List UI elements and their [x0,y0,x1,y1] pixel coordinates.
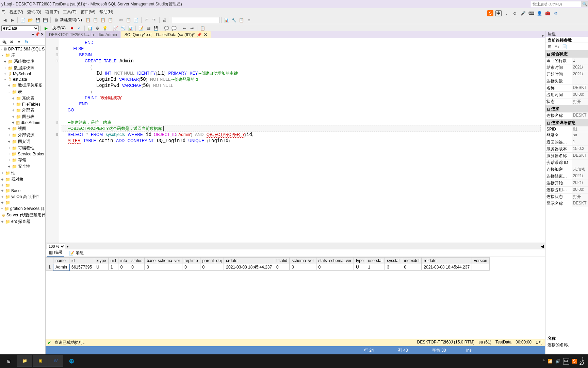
tray-clock[interactable]: 1 20 [579,357,584,365]
tree-item[interactable]: +📁视图 [0,125,45,132]
tree-item[interactable]: -📁表 [0,89,45,95]
task-ssms[interactable]: ▣ [33,355,48,367]
close-icon[interactable]: ✕ [40,32,44,37]
ime-punct-icon[interactable]: ， [504,10,510,16]
pin-icon[interactable]: 📌 [197,32,202,37]
tree-item[interactable]: ⚙ Server 代理(已禁用代理 XP) [0,212,45,218]
tree-item[interactable]: +📁ent 探查器 [0,218,45,225]
props-row[interactable]: 连接占用时间00:00: [545,187,588,194]
start-button[interactable]: ⊞ [1,355,16,367]
tree-item[interactable]: +📁gration Services 目录 [0,205,45,212]
ime-lang-icon[interactable]: 中 [495,10,502,16]
menu-window[interactable]: 窗口(W) [81,9,95,15]
tree-item[interactable]: +📁数据库快照 [0,65,45,71]
tree-item[interactable]: +📁系统表 [0,95,45,102]
tree-item[interactable]: -📁库 [0,52,45,58]
ime-settings-icon[interactable]: ⚙ [553,10,559,16]
props-row[interactable]: 名称DESKT [545,85,588,92]
tree-item[interactable]: +📁存储 [0,157,45,163]
dropdown-icon[interactable]: ▾ [32,32,34,37]
props-row[interactable]: 服务器名称DESKT [545,153,588,159]
props-row[interactable]: 状态打开 [545,98,588,105]
paste-icon[interactable]: 📄 [133,17,140,24]
ime-mic-icon[interactable]: 🎤 [520,10,526,16]
activity-monitor-icon[interactable]: 📊 [223,17,230,24]
code-content[interactable]: END ELSE BEGIN CREATE TABLE Admin ( Id I… [46,38,545,145]
copy-icon[interactable]: 📋 [125,17,132,24]
tree-item[interactable]: +📁数据库关系图 [0,82,45,89]
save-all-icon[interactable]: 💾 [42,17,49,24]
ime-toolbox-icon[interactable]: 🧰 [544,10,551,16]
tab-query[interactable]: SQLQuery1.sql - D...estData (sa (61))* 📌… [121,31,211,38]
close-tab-icon[interactable]: ✕ [204,32,207,37]
ime-keyboard-icon[interactable]: ⌨ [528,10,534,16]
props-row[interactable]: 连接加密未加密 [545,166,588,173]
tree-item[interactable]: +📁Service Broker [0,151,45,157]
back-icon[interactable]: ◀ [1,17,8,24]
refresh-icon[interactable]: ↻ [23,39,30,45]
find-combo[interactable] [172,17,219,23]
props-row[interactable]: 显示名称DESKT [545,200,588,207]
indent-icon[interactable]: ≡ [246,17,252,24]
tab-messages[interactable]: 📝消息 [67,249,86,257]
properties-icon[interactable]: 📋 [238,17,245,24]
menu-help[interactable]: 帮助(H) [99,9,113,15]
db-query-icon[interactable]: 📋 [85,17,92,24]
tree-item[interactable]: +🛢MySchool [0,71,45,77]
tree-item[interactable]: +📁图形表 [0,113,45,120]
redo-icon[interactable]: ↷ [151,17,158,24]
tree-item[interactable]: +📁 [0,200,45,205]
ime-face-icon[interactable]: ☺ [512,10,518,16]
cut-icon[interactable]: ✂ [118,17,125,24]
tree-item[interactable]: +📁ys On 高可用性 [0,194,45,200]
print-icon[interactable]: 🖨 [161,17,168,24]
new-project-icon[interactable]: 📄 [19,17,26,24]
zoom-combo[interactable]: 100 % [47,244,65,249]
forward-icon[interactable]: ▶ [9,17,16,24]
props-category[interactable]: ⊟连接详细信息 [545,119,588,126]
tree-item[interactable]: +📁性 [0,170,45,176]
alphabetize-icon[interactable]: A↓ [554,43,560,50]
task-explorer[interactable]: 📁 [17,355,32,367]
props-row[interactable]: 开始时间2021/ [545,71,588,78]
tab-results[interactable]: ▦结果 [47,249,64,257]
disconnect-icon[interactable]: ✖ [8,39,15,45]
tree-item[interactable]: +📁外部资源 [0,132,45,138]
props-row[interactable]: 连接状态打开 [545,194,588,200]
task-browser[interactable]: 🌐 [64,355,79,367]
tray-ime-lang[interactable]: 中 [563,358,569,365]
search-icon[interactable]: 🔍 [582,1,588,7]
new-query-button[interactable]: 🗎 新建查询(N) [52,17,84,24]
props-row[interactable]: 连接开始时间2021/ [545,180,588,187]
database-combo[interactable]: estData [1,25,39,31]
tree-item[interactable]: +📁安全性 [0,163,45,170]
tray-chevron-icon[interactable]: ^ [543,359,545,364]
menu-tools[interactable]: 工具(T) [63,9,76,15]
as-query-icon[interactable]: 📋 [92,17,99,24]
ime-sogou-icon[interactable]: S [487,10,493,16]
dmx-query-icon[interactable]: 📋 [107,17,114,24]
tab-dropdown-icon[interactable]: ▾ [542,33,545,38]
filter-icon[interactable]: ▼ [16,39,22,45]
props-row[interactable]: 占用时间00:00: [545,92,588,98]
props-row[interactable]: 连接名称DESKT [545,112,588,119]
tray-network-icon[interactable]: 📶 [548,359,553,364]
tree-item[interactable]: +📁系统数据库 [0,58,45,65]
menu-query[interactable]: 查询(Q) [27,9,41,15]
tree-item[interactable]: +▦dbo.Admin [0,120,45,125]
code-editor[interactable]: END ELSE BEGIN CREATE TABLE Admin ( Id I… [46,38,545,243]
tree-item[interactable]: +📁 [0,183,45,188]
tree-item[interactable]: -🛢estData [0,77,45,82]
tray-speaker-icon[interactable]: 🔊 [555,359,560,364]
tree-item[interactable]: +📁FileTables [0,102,45,107]
scroll-left-icon[interactable]: ◀ [541,244,544,249]
tree-item[interactable]: +📁器对象 [0,176,45,183]
open-file-icon[interactable]: 📂 [27,17,34,24]
menu-file[interactable]: E) [1,10,5,14]
props-row[interactable]: 返回的行数1 [545,58,588,64]
quick-launch-input[interactable] [531,1,582,7]
props-row[interactable]: 返回的连接行数1 [545,139,588,146]
undo-icon[interactable]: ↶ [143,17,150,24]
props-pages-icon[interactable]: 📄 [561,43,568,50]
props-category[interactable]: ⊟聚合状态 [545,50,588,58]
